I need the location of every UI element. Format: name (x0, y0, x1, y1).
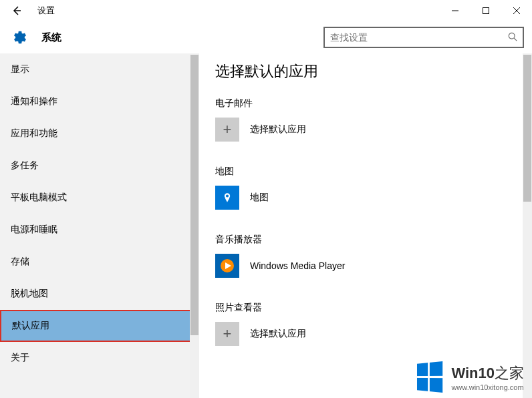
default-app-photos[interactable]: + 选择默认应用 (215, 322, 516, 346)
content: 选择默认的应用 电子邮件 + 选择默认应用 地图 地图 音乐播放器 (199, 53, 532, 398)
sidebar-item-label: 默认应用 (12, 320, 49, 332)
content-scroll-thumb[interactable] (523, 55, 531, 202)
minimize-icon (452, 7, 458, 14)
sidebar-item-storage[interactable]: 存储 (0, 246, 199, 278)
watermark: Win10之家 www.win10xitong.com (414, 363, 524, 391)
plus-icon: + (215, 322, 239, 346)
content-title: 选择默认的应用 (215, 61, 516, 81)
close-button[interactable] (501, 0, 532, 21)
sidebar-item-apps-features[interactable]: 应用和功能 (0, 118, 199, 150)
gear-icon (11, 28, 29, 47)
sidebar-item-label: 平板电脑模式 (11, 192, 67, 204)
sidebar-item-notifications[interactable]: 通知和操作 (0, 85, 199, 118)
sidebar-item-multitask[interactable]: 多任务 (0, 150, 199, 182)
search-input[interactable] (330, 32, 508, 43)
sidebar-item-power-sleep[interactable]: 电源和睡眠 (0, 214, 199, 246)
app-label: Windows Media Player (250, 260, 345, 271)
sidebar-item-label: 脱机地图 (11, 288, 48, 300)
page-section-title: 系统 (41, 31, 323, 44)
sidebar-item-label: 关于 (11, 352, 29, 364)
section-label: 电子邮件 (215, 97, 516, 110)
svg-point-4 (509, 33, 515, 39)
main-area: 显示 通知和操作 应用和功能 多任务 平板电脑模式 电源和睡眠 存储 脱机地图 … (0, 53, 532, 398)
section-label: 地图 (215, 166, 516, 178)
section-photos: 照片查看器 + 选择默认应用 (215, 302, 516, 346)
svg-line-5 (514, 38, 517, 41)
sidebar-item-offline-maps[interactable]: 脱机地图 (0, 278, 199, 310)
sidebar-item-label: 显示 (11, 63, 29, 75)
section-label: 照片查看器 (215, 302, 516, 314)
section-music: 音乐播放器 Windows Media Player (215, 234, 516, 278)
sidebar-item-label: 通知和操作 (11, 95, 57, 108)
sidebar-scrollbar[interactable] (190, 53, 199, 398)
windows-logo-icon (417, 361, 442, 393)
close-icon (513, 7, 520, 14)
sidebar-item-label: 应用和功能 (11, 128, 57, 140)
sidebar-item-about[interactable]: 关于 (0, 342, 199, 374)
watermark-url: www.win10xitong.com (451, 383, 524, 391)
svg-rect-1 (483, 8, 489, 14)
window-title: 设置 (37, 5, 55, 17)
svg-point-7 (226, 194, 229, 197)
sidebar-item-tablet-mode[interactable]: 平板电脑模式 (0, 182, 199, 214)
default-app-maps[interactable]: 地图 (215, 186, 516, 210)
app-label: 选择默认应用 (250, 124, 306, 136)
sidebar-item-default-apps[interactable]: 默认应用 (0, 310, 199, 342)
app-label: 地图 (250, 192, 269, 204)
minimize-button[interactable] (440, 0, 471, 21)
back-button[interactable] (0, 0, 32, 21)
search-icon (508, 32, 517, 43)
section-maps: 地图 地图 (215, 166, 516, 210)
section-label: 音乐播放器 (215, 234, 516, 246)
maximize-icon (483, 7, 489, 14)
section-email: 电子邮件 + 选择默认应用 (215, 97, 516, 142)
sidebar: 显示 通知和操作 应用和功能 多任务 平板电脑模式 电源和睡眠 存储 脱机地图 … (0, 53, 199, 398)
sidebar-item-label: 多任务 (11, 160, 39, 172)
default-app-email[interactable]: + 选择默认应用 (215, 118, 516, 142)
app-label: 选择默认应用 (250, 328, 306, 340)
plus-icon: + (215, 118, 239, 142)
watermark-brand: Win10之家 (451, 363, 524, 383)
wmp-icon (215, 254, 239, 278)
header: 系统 (0, 21, 532, 53)
maps-icon (215, 186, 239, 210)
search-box[interactable] (323, 27, 524, 48)
content-scrollbar[interactable] (523, 53, 532, 398)
maximize-button[interactable] (471, 0, 501, 21)
sidebar-item-label: 存储 (11, 256, 29, 268)
sidebar-scroll-thumb[interactable] (190, 55, 198, 335)
sidebar-item-label: 电源和睡眠 (11, 224, 57, 236)
back-arrow-icon (11, 5, 21, 16)
titlebar: 设置 (0, 0, 532, 21)
default-app-music[interactable]: Windows Media Player (215, 254, 516, 278)
sidebar-item-display[interactable]: 显示 (0, 53, 199, 85)
